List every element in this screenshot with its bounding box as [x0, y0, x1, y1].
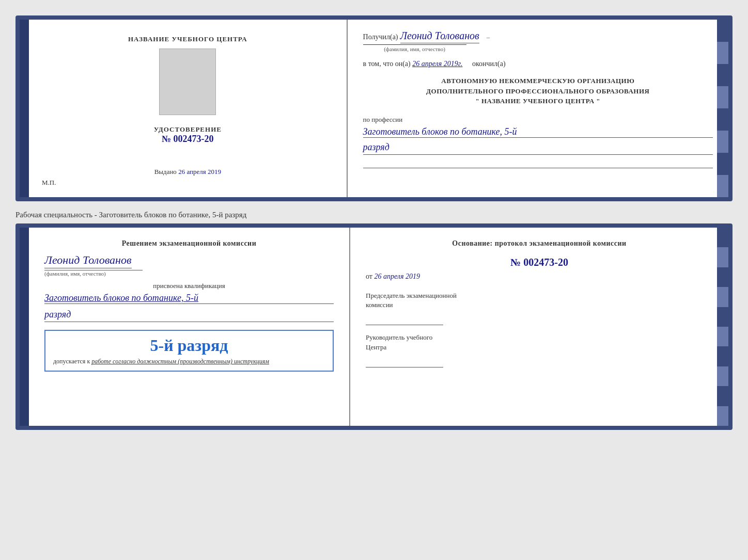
- qual-value: Заготовитель блоков по ботанике, 5-й: [44, 293, 334, 304]
- doc-spine-bottom: [20, 228, 29, 426]
- stamp-instructions: работе согласно должностным (производств…: [91, 358, 269, 365]
- recipient-name-bottom: Леонид Толованов: [44, 253, 334, 268]
- rank-value: разряд: [363, 142, 713, 155]
- from-date-line: от 26 апреля 2019: [366, 273, 713, 281]
- fio-label-bottom: (фамилия, имя, отчество): [44, 270, 143, 277]
- top-doc-content: НАЗВАНИЕ УЧЕБНОГО ЦЕНТРА УДОСТОВЕРЕНИЕ №…: [29, 20, 728, 197]
- bottom-doc-content: Решением экзаменационной комиссии Леонид…: [29, 228, 728, 426]
- mp-label: М.П.: [42, 179, 56, 187]
- cert-number: № 002473-20: [154, 134, 222, 145]
- bottom-dash-line: [363, 159, 713, 168]
- assigned-qual-label: присвоена квалификация: [44, 282, 334, 290]
- chairman-sig-line: [366, 312, 443, 325]
- between-label: Рабочая специальность - Заготовитель бло…: [15, 206, 733, 223]
- protocol-number: № 002473-20: [366, 257, 713, 268]
- fio-label-top: (фамилия, имя, отчество): [363, 44, 466, 52]
- director-label: Руководитель учебного Центра: [366, 333, 713, 351]
- right-edge: [717, 20, 728, 197]
- top-doc-left: НАЗВАНИЕ УЧЕБНОГО ЦЕНТРА УДОСТОВЕРЕНИЕ №…: [29, 20, 348, 197]
- top-doc-right: Получил(а) Леонид Толованов – (фамилия, …: [348, 20, 728, 197]
- recipient-block: Получил(а) Леонид Толованов – (фамилия, …: [363, 30, 713, 52]
- cert-number-block: УДОСТОВЕРЕНИЕ № 002473-20: [154, 125, 222, 145]
- received-prefix: Получил(а): [363, 33, 398, 41]
- profession-value: Заготовитель блоков по ботанике, 5-й: [363, 126, 713, 138]
- bottom-doc-left: Решением экзаменационной комиссии Леонид…: [29, 228, 350, 426]
- training-center-label: НАЗВАНИЕ УЧЕБНОГО ЦЕНТРА: [128, 35, 247, 43]
- from-date-value: 26 апреля 2019: [374, 273, 419, 280]
- decision-text: Решением экзаменационной комиссии: [44, 238, 334, 249]
- doc-spine-top: [20, 20, 29, 197]
- cert-title: УДОСТОВЕРЕНИЕ: [154, 125, 222, 134]
- issued-date: 26 апреля 2019: [178, 168, 221, 175]
- top-document: НАЗВАНИЕ УЧЕБНОГО ЦЕНТРА УДОСТОВЕРЕНИЕ №…: [15, 15, 733, 201]
- bottom-document: Решением экзаменационной комиссии Леонид…: [15, 223, 733, 430]
- org-block: АВТОНОМНУЮ НЕКОММЕРЧЕСКУЮ ОРГАНИЗАЦИЮ ДО…: [363, 76, 713, 106]
- dash-after-name: –: [487, 33, 490, 41]
- issued-line: Выдано 26 апреля 2019: [154, 168, 221, 176]
- profession-label: по профессии: [363, 116, 713, 124]
- photo-placeholder: [159, 49, 216, 115]
- date-handwritten: 26 апреля 2019г.: [412, 60, 462, 68]
- stamp-rank: 5-й разряд: [53, 336, 325, 355]
- in-that-line: в том, что он(а) 26 апреля 2019г. окончи…: [363, 60, 713, 68]
- bottom-doc-right: Основание: протокол экзаменационной коми…: [350, 228, 728, 426]
- stamp-box: 5-й разряд допускается к работе согласно…: [44, 330, 334, 372]
- recipient-name: Леонид Толованов: [400, 30, 479, 43]
- basis-title: Основание: протокол экзаменационной коми…: [366, 238, 713, 249]
- director-sig-line: [366, 355, 443, 367]
- committee-label: Председатель экзаменационной комиссии: [366, 291, 713, 310]
- right-edge-bottom: [717, 228, 728, 426]
- rank-bottom: разряд: [44, 309, 334, 322]
- stamp-allowed: допускается к работе согласно должностны…: [53, 358, 325, 365]
